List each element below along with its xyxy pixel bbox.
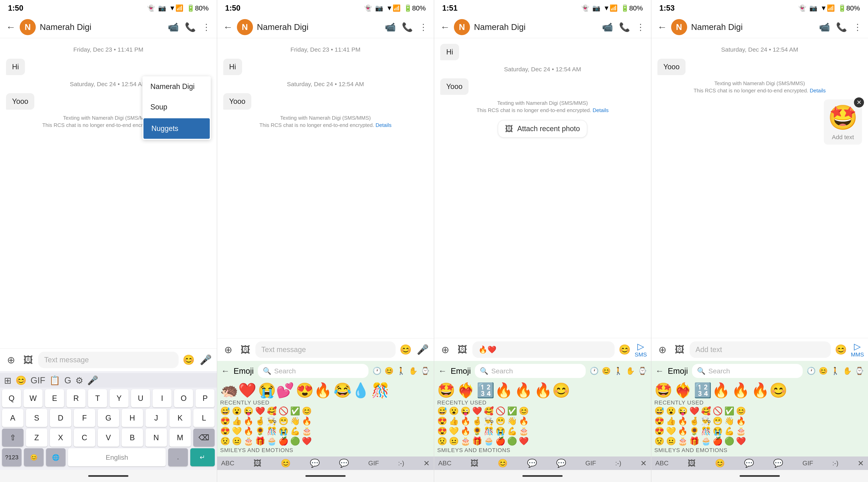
r-emoji-11-4[interactable]: 🔥 xyxy=(678,417,688,425)
cat-people-2[interactable]: 🚶 xyxy=(397,367,406,375)
gallery-btn-4[interactable]: 🖼 xyxy=(673,343,687,357)
video-call-icon-4[interactable]: 📹 xyxy=(819,22,830,32)
emoji-back-3[interactable]: ← xyxy=(438,366,447,376)
cat-smile-2[interactable]: 😊 xyxy=(384,367,394,375)
r-emoji-24-2[interactable]: 🎂 xyxy=(302,427,312,435)
emoji-fire-4[interactable]: 🔥 xyxy=(732,383,750,397)
r-emoji-9-2[interactable]: 😍 xyxy=(220,417,230,425)
kb-translate-icon[interactable]: G xyxy=(64,375,71,385)
r-emoji-18-3[interactable]: 💛 xyxy=(449,427,459,435)
r-emoji-14-3[interactable]: 😁 xyxy=(495,417,505,425)
emoji-back-4[interactable]: ← xyxy=(655,366,664,376)
emoji-search-3[interactable]: 🔍 Search xyxy=(475,364,586,378)
delete-btn-3[interactable]: ✕ xyxy=(640,459,647,468)
key-m[interactable]: M xyxy=(169,428,191,447)
emoticon-btn-2[interactable]: :-) xyxy=(398,459,404,467)
r-emoji-1-4[interactable]: 😅 xyxy=(654,407,664,415)
sticker-icon-4[interactable]: 🖼 xyxy=(688,459,696,468)
video-call-icon-2[interactable]: 📹 xyxy=(385,22,396,32)
back-button-1[interactable]: ← xyxy=(6,22,16,33)
r-emoji-14-4[interactable]: 😁 xyxy=(713,417,723,425)
r-emoji-25-3[interactable]: 😟 xyxy=(437,437,447,445)
msg-icon-3[interactable]: 💬 xyxy=(527,458,537,468)
r-emoji-23-4[interactable]: 💪 xyxy=(724,427,734,435)
gif-btn-4[interactable]: GIF xyxy=(803,459,813,467)
kb-emoji-icon[interactable]: 😊 xyxy=(16,375,27,386)
back-button-4[interactable]: ← xyxy=(657,22,667,33)
r-emoji-2-3[interactable]: 😮 xyxy=(449,407,459,415)
more-icon-1[interactable]: ⋮ xyxy=(202,22,211,32)
key-space[interactable]: English xyxy=(68,448,166,466)
more-icon-3[interactable]: ⋮ xyxy=(636,22,645,32)
r-emoji-25-4[interactable]: 😟 xyxy=(654,437,664,445)
r-emoji-10-2[interactable]: 👍 xyxy=(232,417,242,425)
msg2-icon-2[interactable]: 💬 xyxy=(339,458,349,468)
gallery-btn-2[interactable]: 🖼 xyxy=(238,343,252,357)
emoji-btn-2[interactable]: 😊 xyxy=(399,343,413,357)
r-emoji-29-4[interactable]: 🧁 xyxy=(701,437,711,445)
delete-btn-4[interactable]: ✕ xyxy=(858,459,864,468)
attach-photo-btn-3[interactable]: 🖼 Attach recent photo xyxy=(498,120,587,137)
r-emoji-19-4[interactable]: 🔥 xyxy=(678,427,688,435)
cat-people-4[interactable]: 🚶 xyxy=(831,367,840,375)
cat-people-3[interactable]: 🚶 xyxy=(614,367,623,375)
kb-mic-icon[interactable]: 🎤 xyxy=(87,375,98,386)
more-icon-4[interactable]: ⋮ xyxy=(853,22,862,32)
kb-clipboard-icon[interactable]: 📋 xyxy=(49,375,60,386)
r-emoji-28-3[interactable]: 🎁 xyxy=(472,437,482,445)
msg2-icon-4[interactable]: 💬 xyxy=(773,458,783,468)
r-emoji-31-3[interactable]: 🟢 xyxy=(507,437,517,445)
r-emoji-21-4[interactable]: 🎊 xyxy=(701,427,711,435)
key-d[interactable]: D xyxy=(50,409,71,427)
r-emoji-30-4[interactable]: 🍎 xyxy=(713,437,723,445)
emoji-icon-4[interactable]: 😊 xyxy=(715,458,725,468)
r-emoji-7-2[interactable]: ✅ xyxy=(290,407,300,415)
key-p[interactable]: P xyxy=(195,389,215,407)
emoji-btn-1[interactable]: 😊 xyxy=(182,353,196,367)
r-emoji-23-2[interactable]: 💪 xyxy=(290,427,300,435)
key-b[interactable]: B xyxy=(122,428,143,447)
emoji-star-eyes-4[interactable]: 🤩 xyxy=(654,383,673,397)
key-z[interactable]: Z xyxy=(26,428,48,447)
r-emoji-17-2[interactable]: 😍 xyxy=(220,427,230,435)
r-emoji-25-2[interactable]: 😟 xyxy=(220,437,230,445)
r-emoji-4-4[interactable]: ❤️ xyxy=(689,407,700,415)
r-emoji-7-3[interactable]: ✅ xyxy=(507,407,517,415)
send-mms-btn-4[interactable]: ▷ MMS xyxy=(851,341,864,358)
emoticon-btn-3[interactable]: :-) xyxy=(615,459,621,467)
key-t[interactable]: T xyxy=(88,389,107,407)
cat-smile-4[interactable]: 😊 xyxy=(819,367,828,375)
key-q[interactable]: Q xyxy=(2,389,21,407)
r-emoji-23-3[interactable]: 💪 xyxy=(507,427,517,435)
emoji-icon-2[interactable]: 😊 xyxy=(281,458,291,468)
abc-btn-2[interactable]: ABC xyxy=(221,459,235,467)
r-emoji-30-3[interactable]: 🍎 xyxy=(495,437,505,445)
r-emoji-21-3[interactable]: 🎊 xyxy=(484,427,494,435)
r-emoji-3-2[interactable]: 😜 xyxy=(244,407,254,415)
r-emoji-28-2[interactable]: 🎁 xyxy=(255,437,265,445)
r-emoji-16-2[interactable]: 🔥 xyxy=(302,417,312,425)
key-i[interactable]: I xyxy=(153,389,172,407)
emoji-star-eyes-3[interactable]: 🤩 xyxy=(437,383,455,397)
r-emoji-24-4[interactable]: 🎂 xyxy=(736,427,746,435)
r-emoji-31-4[interactable]: 🟢 xyxy=(724,437,734,445)
key-shift[interactable]: ⇧ xyxy=(2,428,24,447)
phone-icon-2[interactable]: 📞 xyxy=(402,22,413,32)
r-emoji-6-2[interactable]: 🚫 xyxy=(278,407,288,415)
r-emoji-28-4[interactable]: 🎁 xyxy=(689,437,700,445)
emoji-fire-face-3[interactable]: 🔥😊 xyxy=(534,383,570,397)
r-emoji-17-4[interactable]: 😍 xyxy=(654,427,664,435)
key-c[interactable]: C xyxy=(74,428,95,447)
emoji-fire-face-4[interactable]: 🔥😊 xyxy=(751,383,787,397)
r-emoji-30-2[interactable]: 🍎 xyxy=(278,437,288,445)
emoji-crying-hearts-2[interactable]: 😭💕 xyxy=(258,383,294,397)
r-emoji-3-3[interactable]: 😜 xyxy=(461,407,471,415)
key-v[interactable]: V xyxy=(98,428,119,447)
r-emoji-5-4[interactable]: 🥰 xyxy=(701,407,711,415)
key-globe[interactable]: 🌐 xyxy=(46,448,65,466)
key-s[interactable]: S xyxy=(26,409,48,427)
abc-btn-4[interactable]: ABC xyxy=(655,459,669,467)
r-emoji-22-2[interactable]: 😭 xyxy=(278,427,288,435)
gallery-btn-1[interactable]: 🖼 xyxy=(21,353,35,367)
r-emoji-4-2[interactable]: ❤️ xyxy=(255,407,265,415)
